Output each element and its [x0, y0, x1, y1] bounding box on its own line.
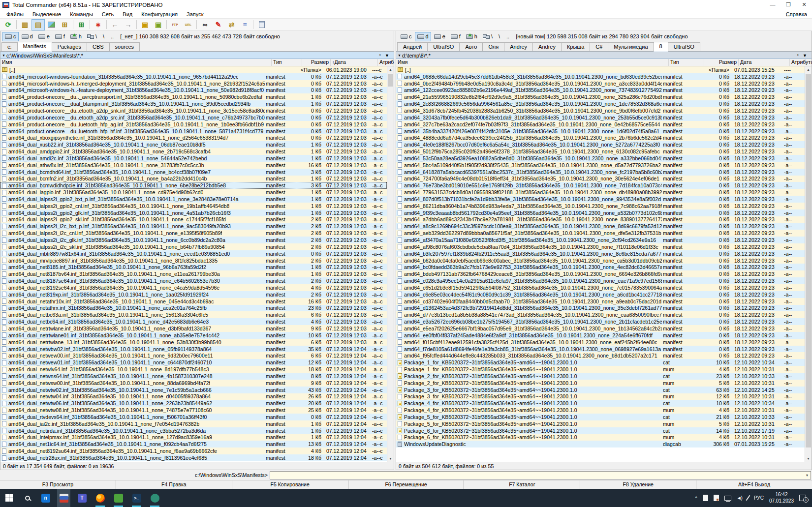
file-row[interactable]: amd64_122ccee0923ac885802b6e2196e449af_3… [396, 87, 805, 94]
file-row[interactable]: amd64_dual_netbc64.inf_31bf3856ad364e35_… [0, 318, 387, 325]
file-row[interactable]: amd64_dual_net8187bv64.inf_31bf3856ad364… [0, 270, 387, 277]
tab-andrey[interactable]: Andrey [532, 42, 562, 51]
file-row[interactable]: amd64_53c50aa28ea5d3926ea10882a5dbe8d0_3… [396, 155, 805, 162]
file-row[interactable]: amd64_dual_bcmdhd64.inf_31bf3856ad364e35… [0, 169, 387, 176]
command-input[interactable] [270, 472, 804, 479]
tab-мультимедиа[interactable]: Мультимедиа [608, 42, 654, 51]
menu-item-файлы[interactable]: Файлы [2, 11, 28, 18]
file-row[interactable]: amd64_c6e85e03cc4dec54f61c9c080d9c1c39_3… [396, 291, 805, 298]
tab-крыша[interactable]: Крыша [561, 42, 590, 51]
forward-icon[interactable]: → [122, 19, 135, 30]
right-path-bar[interactable]: ▼d:\temp\8\*.**▼ [396, 52, 812, 59]
drive-button-f[interactable]: f [448, 32, 463, 41]
file-row[interactable]: amd64_4888edd6a67d4ca35dee6239ce24f25b_3… [396, 134, 805, 141]
column-header-name[interactable]: Имя [0, 59, 272, 66]
file-row[interactable]: amd64_af98c8076af603cbdbde5cba8faa70d4_3… [396, 243, 805, 250]
file-row[interactable]: amd64_86211dba8604b1a74b8396d983a4eda7_3… [396, 203, 805, 209]
tab-cbs[interactable]: CBS [87, 42, 110, 51]
scroll-track[interactable] [805, 73, 812, 455]
network-icon[interactable] [724, 496, 731, 501]
file-row[interactable]: Package_1_for_KB5020372~31bf3856ad364e35… [396, 366, 805, 373]
file-row[interactable]: amd64_dual_netirda.inf_31bf3856ad364e35_… [0, 427, 387, 434]
unpack-icon[interactable]: ▣ [152, 19, 165, 30]
root-dir-button[interactable]: \ [496, 33, 503, 39]
file-row[interactable]: amd64_microsoft-windows-h..-feature-depl… [0, 87, 387, 94]
file-row[interactable]: amd64_4fe0e188f8267bcc07d60ef6c6a5a54c_3… [396, 141, 805, 148]
menu-item-сеть[interactable]: Сеть [97, 11, 118, 18]
parent-dir-row[interactable]: [..]<Папка>07.01.2023 15:25---- [396, 66, 805, 73]
language-indicator[interactable]: РУС [754, 495, 764, 501]
file-row[interactable]: amd64_dual_iagpio.inf_31bf3856ad364e35_1… [0, 189, 387, 196]
drive-button-d[interactable]: d [19, 32, 35, 41]
drive-button-network[interactable]: \ [480, 32, 495, 41]
ftp-connect-icon[interactable]: FTP [168, 19, 182, 30]
back-icon[interactable]: ← [108, 19, 122, 30]
file-row[interactable]: Package_3_for_KB5020372~31bf3856ad364e35… [396, 387, 805, 393]
file-row[interactable]: amd64_dual_netbc63a.inf_31bf3856ad364e35… [0, 311, 387, 318]
path-favorites-button[interactable]: ▼ [383, 53, 391, 58]
file-row[interactable]: amd64_21a559965190832e8b2f84cf92d9e9a5_3… [396, 93, 805, 100]
tray-app1-icon[interactable] [703, 495, 708, 501]
file-row[interactable]: Package_5_for_KB5020372~31bf3856ad364e35… [396, 420, 805, 427]
file-row[interactable]: amd64_microsoft-windows-h..t-merged-depl… [0, 80, 387, 87]
file-row[interactable]: amd64_807d0f513b71031bcfe2a1d9bb33fe8e_3… [396, 196, 805, 203]
path-history-button[interactable]: * [795, 53, 801, 58]
fkey-button-altf4[interactable]: Alt+F4 Выход [696, 480, 812, 489]
close-button[interactable]: ✕ [796, 0, 812, 10]
firefox-icon[interactable] [94, 489, 107, 507]
scroll-thumb[interactable] [806, 74, 811, 447]
path-dropdown-caret-icon[interactable]: ▼ [2, 54, 5, 57]
green-app-icon[interactable] [148, 489, 161, 507]
file-row[interactable]: amd64_32043a7fb0fece5d64b300b826eb1da9_3… [396, 114, 805, 121]
file-row[interactable]: Package_3_for_KB5020372~31bf3856ad364e35… [396, 393, 805, 400]
tab-ultraiso[interactable]: UltraISO [668, 42, 700, 51]
file-row[interactable]: amd64_5012f9b75ca285c020f62a496e6f2378_3… [396, 148, 805, 155]
tray-chevron-icon[interactable]: ^ [695, 496, 697, 501]
menu-item-выделение[interactable]: Выделение [28, 11, 65, 18]
command-history-dropdown-icon[interactable]: ▼ [804, 474, 811, 477]
file-row[interactable]: amd64_dual_net8192se64.inf_31bf3856ad364… [0, 284, 387, 291]
file-row[interactable]: amd64_dual_netwtw02.inf_31bf3856ad364e35… [0, 387, 387, 393]
file-row[interactable]: Package_2_for_KB5020372~31bf3856ad364e35… [396, 373, 805, 380]
file-row[interactable]: amd64_ee0fbf04f837af245ade4884e6f2a9df_3… [396, 332, 805, 339]
teams-icon[interactable]: T [75, 489, 89, 507]
tab-c#[interactable]: C# [590, 42, 608, 51]
file-row[interactable]: amd64_cd37402e604f0faa8440bb0d5cfaab70_3… [396, 298, 805, 305]
file-row[interactable]: amd64_c028c3a495ec14e0a2915a611c6cfa97_3… [396, 277, 805, 284]
file-row[interactable]: amd64_dual_net8185.inf_31bf3856ad364e35_… [0, 264, 387, 270]
file-row[interactable]: amd64_dual_ialpss2i_gpio2_cnl.inf_31bf38… [0, 203, 387, 209]
drive-button-network[interactable]: \ [85, 32, 99, 41]
drive-button-e[interactable]: e [36, 32, 52, 41]
scroll-thumb[interactable] [388, 74, 393, 87]
left-scrollbar[interactable]: ▲▼ [387, 66, 394, 462]
tab-packages[interactable]: Packages [52, 42, 87, 51]
file-row[interactable]: amd64_dual_netwtw08.inf_31bf3856ad364e35… [0, 407, 387, 414]
file-row[interactable]: amd64_dual_net8187se64.inf_31bf3856ad364… [0, 277, 387, 284]
file-row[interactable]: amd64_d1362453ac4d372fc3b72919f414d8dd_3… [396, 305, 805, 312]
file-row[interactable]: amd64_724700fa6a949c4e08db01518f6eff34_3… [396, 176, 805, 182]
column-header-name[interactable]: Имя [396, 59, 669, 66]
file-row[interactable]: WindowsUpdateDiagnosticdiagcab306 Кб07.0… [396, 441, 805, 447]
powershell-icon[interactable]: >_ [130, 489, 143, 507]
file-row[interactable]: amd64_product-onecore__du..etooth_a2dp_s… [0, 107, 387, 114]
file-row[interactable]: amd64_dual_bcmfn2.inf_31bf3856ad364e35_1… [0, 176, 387, 182]
file-row[interactable]: amd64_bdeb497131ab7362fb64768429ceace8_3… [396, 270, 805, 277]
file-row[interactable]: amd64_product-onecore__du..luetooth_hfp_… [0, 121, 387, 128]
file-row[interactable]: amd64_f015cbf412eae912591cfa3825cf425d_3… [396, 339, 805, 346]
start-button[interactable] [2, 489, 16, 507]
fkey-button-f5[interactable]: F5 Копирование [232, 480, 348, 489]
file-row[interactable]: amd64_microsoft-windows-foundation_31bf3… [0, 73, 387, 80]
file-row[interactable]: amd64_dual_ialpss2i_gpio2_skl.inf_31bf38… [0, 216, 387, 223]
file-row[interactable]: amd64_9f39c3eaaab8bd561792cd30e4a95eef_3… [396, 209, 805, 216]
file-row[interactable]: amd64_76e73be3bd019010e551c9e1769f429b_3… [396, 182, 805, 189]
file-row[interactable]: amd64_dual_amdi2c.inf_31bf3856ad364e35_1… [0, 155, 387, 162]
file-row[interactable]: amd64_dual_amdgpio2.inf_31bf3856ad364e35… [0, 148, 387, 155]
notes-icon[interactable] [255, 19, 268, 30]
file-row[interactable]: amd64_dual_net1ic64.inf_31bf3856ad364e35… [0, 441, 387, 447]
file-row[interactable]: amd64_dual_rtvdevx64.inf_31bf3856ad364e3… [0, 414, 387, 420]
tab-оля[interactable]: Оля [482, 42, 504, 51]
column-header-attr[interactable]: Атрибуты [790, 59, 812, 66]
scroll-track[interactable] [387, 73, 394, 455]
column-header-type[interactable]: Тип [669, 59, 704, 66]
file-row[interactable]: Package_6_for_KB5020372~31bf3856ad364e35… [396, 427, 805, 434]
